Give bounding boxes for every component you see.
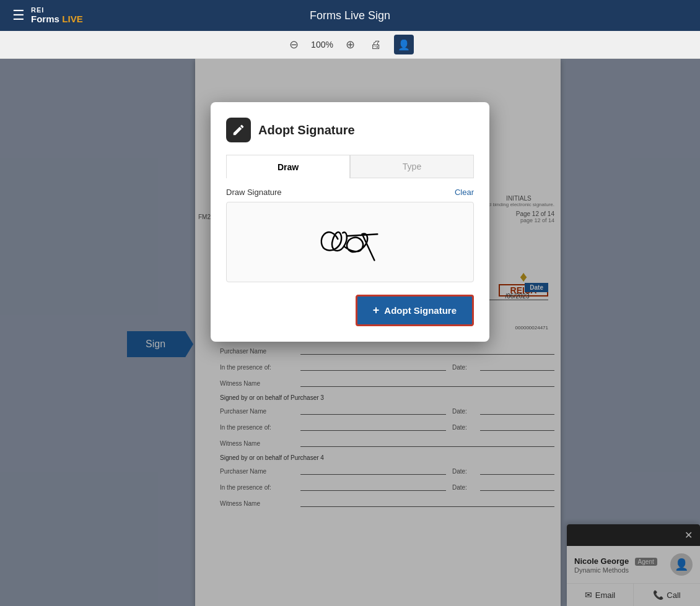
modal-icon [226, 118, 251, 142]
modal-overlay: Adopt Signature Draw Type Draw Signature… [0, 59, 700, 606]
modal-tabs: Draw Type [226, 155, 474, 178]
signature-canvas[interactable] [226, 202, 474, 282]
document-area: INITIALS and binding electronic signatur… [0, 59, 700, 606]
zoom-out-button[interactable]: ⊖ [286, 35, 302, 54]
app-header: ☰ REI Forms LIVE Forms Live Sign [0, 0, 700, 31]
zoom-in-button[interactable]: ⊕ [343, 35, 358, 54]
tab-draw[interactable]: Draw [226, 155, 350, 178]
toolbar: ⊖ 100% ⊕ 🖨 👤 [0, 31, 700, 59]
print-button[interactable]: 🖨 [367, 35, 385, 54]
modal-section-header: Draw Signature Clear [226, 188, 474, 197]
header-title: Forms Live Sign [310, 9, 390, 22]
adopt-signature-label: Adopt Signature [384, 305, 457, 316]
main-area: INITIALS and binding electronic signatur… [0, 59, 700, 606]
modal-header: Adopt Signature [226, 118, 474, 142]
user-button[interactable]: 👤 [394, 35, 414, 54]
plus-icon: + [373, 304, 380, 317]
menu-icon[interactable]: ☰ [12, 7, 25, 24]
adopt-signature-button[interactable]: + Adopt Signature [356, 295, 474, 326]
logo-rei: REI [31, 6, 83, 14]
signature-drawing [227, 202, 473, 282]
tab-type[interactable]: Type [350, 155, 474, 178]
logo-forms-live: Forms LIVE [31, 14, 83, 25]
adopt-signature-modal: Adopt Signature Draw Type Draw Signature… [211, 102, 489, 342]
logo-text: REI Forms LIVE [31, 6, 83, 25]
draw-signature-label: Draw Signature [226, 188, 282, 197]
logo-forms: Forms [31, 14, 59, 24]
logo-live: LIVE [62, 14, 82, 24]
modal-title: Adopt Signature [258, 123, 355, 137]
logo: ☰ REI Forms LIVE [12, 6, 83, 25]
zoom-level: 100% [311, 40, 333, 50]
adopt-button-container: + Adopt Signature [226, 295, 474, 326]
clear-button[interactable]: Clear [455, 188, 474, 197]
